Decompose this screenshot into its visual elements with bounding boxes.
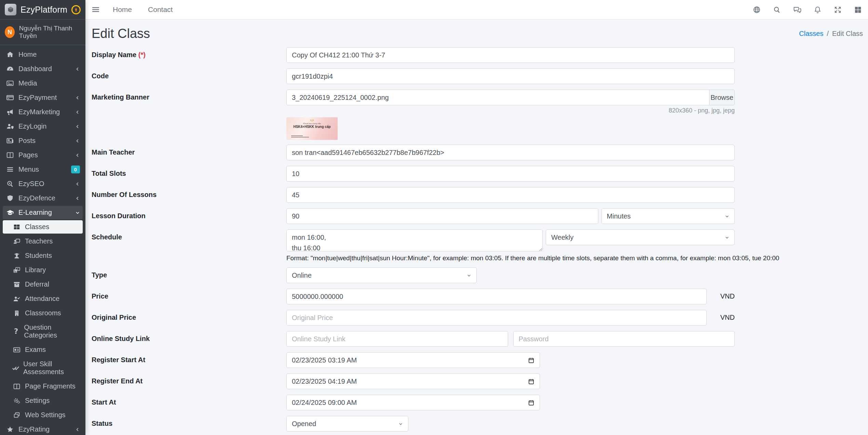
register-end-at-input[interactable]: 02/23/2025 04:19 AM (286, 373, 540, 389)
number-of-lessons-input[interactable] (286, 187, 735, 203)
sidebar-item-ezyseo[interactable]: EzySEO (3, 177, 83, 190)
avatar: N (5, 26, 15, 38)
upgrade-arrow-icon[interactable] (71, 5, 81, 14)
user-panel[interactable]: N Nguyễn Thị Thanh Tuyền (0, 19, 85, 45)
hamburger-icon[interactable] (92, 5, 100, 14)
sidebar-item-deferral[interactable]: Deferral (3, 278, 83, 291)
menus-count-badge: 0 (71, 166, 80, 173)
sidebar-item-dashboard[interactable]: Dashboard (3, 62, 83, 76)
credit-card-icon (5, 94, 15, 102)
number-of-lessons-label: Number Of Lessons (92, 187, 286, 199)
chevron-down-icon (398, 422, 403, 426)
sidebar-item-user-skill-assessments[interactable]: User Skill Assessments (3, 357, 83, 379)
browse-button[interactable]: Browse (709, 90, 735, 105)
total-slots-input[interactable] (286, 166, 735, 182)
chevron-left-icon (75, 67, 80, 71)
sidebar-item-library[interactable]: Library (3, 263, 83, 277)
chevron-left-icon (75, 124, 80, 129)
sidebar-item-classes[interactable]: Classes (3, 220, 83, 234)
sidebar-item-ezyrating[interactable]: EzyRating (3, 423, 83, 435)
sidebar-item-media[interactable]: Media (3, 77, 83, 90)
schedule-format-hint: Format: "mon|tue|wed|thu|fri|sat|sun Hou… (286, 254, 833, 262)
sidebar-item-home[interactable]: Home (3, 48, 83, 61)
chevron-left-icon (75, 95, 80, 100)
sidebar-item-web-settings[interactable]: Web Settings (3, 408, 83, 422)
search-location-icon (5, 180, 15, 188)
sidebar-item-attendance[interactable]: Attendance (3, 292, 83, 305)
schedule-label: Schedule (92, 229, 286, 241)
sidebar-item-pages[interactable]: Pages (3, 148, 83, 162)
cogs-icon (12, 397, 21, 405)
sidebar-item-teachers[interactable]: Teachers (3, 235, 83, 248)
lesson-duration-input[interactable] (286, 208, 598, 224)
chevron-left-icon (75, 139, 80, 143)
breadcrumb-link-classes[interactable]: Classes (799, 30, 823, 38)
th-large-icon (12, 223, 21, 231)
display-name-input[interactable] (286, 47, 735, 63)
banner-title: HSK4+HSKK trung cấp (286, 125, 338, 129)
sidebar-item-ezypayment[interactable]: EzyPayment (3, 91, 83, 104)
sidebar-item-posts[interactable]: Posts (3, 134, 83, 147)
expand-arrows-icon[interactable] (834, 6, 842, 14)
image-icon (5, 79, 15, 87)
price-label: Price (92, 289, 286, 300)
price-input[interactable] (286, 289, 707, 304)
calendar-icon[interactable] (528, 357, 534, 364)
breadcrumb-current: Edit Class (832, 30, 863, 38)
sidebar-item-classrooms[interactable]: Classrooms (3, 306, 83, 320)
sidebar-item-ezydefence[interactable]: EzyDefence (3, 192, 83, 205)
sidebar-item-question-categories[interactable]: ? Question Categories (3, 321, 83, 342)
schedule-repeat-select[interactable]: Weekly (546, 229, 735, 245)
comments-icon[interactable] (793, 5, 801, 14)
sidebar-nav: Home Dashboard Media EzyPayment EzyMarke… (0, 45, 85, 435)
status-label: Status (92, 416, 286, 427)
original-price-label: Original Price (92, 310, 286, 321)
window-restore-icon (12, 411, 21, 419)
user-check-icon (12, 295, 21, 303)
main-teacher-input[interactable] (286, 145, 735, 160)
start-at-input[interactable]: 02/24/2025 09:00 AM (286, 395, 540, 410)
search-icon[interactable] (773, 6, 781, 14)
code-input[interactable] (286, 68, 735, 84)
chalkboard-teacher-icon (12, 238, 21, 245)
banner-subtitle: Khoá học trung cấp (286, 122, 338, 124)
register-start-at-input[interactable]: 02/23/2025 03:19 AM (286, 352, 540, 368)
columns-icon (5, 151, 15, 159)
calendar-icon[interactable] (528, 399, 534, 406)
sidebar-item-settings[interactable]: Settings (3, 394, 83, 407)
main-area: Home Contact Edit Class Classes / Edit C… (85, 0, 868, 435)
sidebar-item-ezylogin[interactable]: EzyLogin (3, 120, 83, 133)
status-select[interactable]: Opened (286, 416, 408, 432)
sidebar-item-menus[interactable]: Menus 0 (3, 163, 83, 176)
type-select[interactable]: Online (286, 267, 477, 283)
breadcrumb-separator: / (827, 30, 829, 38)
brand-bar[interactable]: EzyPlatform (0, 0, 85, 19)
sidebar-item-elearning[interactable]: E-Learning (3, 206, 83, 219)
sidebar-item-page-fragments[interactable]: Page Fragments (3, 380, 83, 393)
bars-icon (5, 166, 15, 173)
marketing-banner-input[interactable] (286, 90, 709, 105)
navbar-link-contact[interactable]: Contact (148, 5, 173, 14)
chevron-down-icon (75, 210, 80, 215)
bullhorn-icon (5, 108, 15, 116)
globe-icon[interactable] (753, 6, 761, 14)
banner-fine-print (291, 135, 309, 137)
breadcrumb: Classes / Edit Class (799, 30, 863, 38)
calendar-icon[interactable] (528, 378, 534, 385)
navbar-link-home[interactable]: Home (113, 5, 132, 14)
price-currency-label: VND (720, 289, 735, 304)
banner-preview-image: Khoá học trung cấp HSK4+HSKK trung cấp (286, 117, 338, 140)
photo-video-icon (12, 266, 21, 274)
original-price-input[interactable] (286, 310, 707, 326)
th-large-icon[interactable] (854, 6, 862, 14)
schedule-textarea[interactable]: mon 16:00, thu 16:00 (286, 229, 543, 251)
sidebar-item-ezymarketing[interactable]: EzyMarketing (3, 105, 83, 119)
online-study-link-label: Online Study Link (92, 331, 286, 343)
online-study-link-input[interactable] (286, 331, 508, 347)
sidebar-item-students[interactable]: Students (3, 249, 83, 262)
bell-icon[interactable] (814, 6, 822, 14)
lesson-duration-unit-select[interactable]: Minutes (601, 208, 735, 224)
marketing-banner-label: Marketing Banner (92, 90, 286, 101)
sidebar-item-exams[interactable]: Exams (3, 343, 83, 356)
online-study-password-input[interactable] (513, 331, 735, 347)
